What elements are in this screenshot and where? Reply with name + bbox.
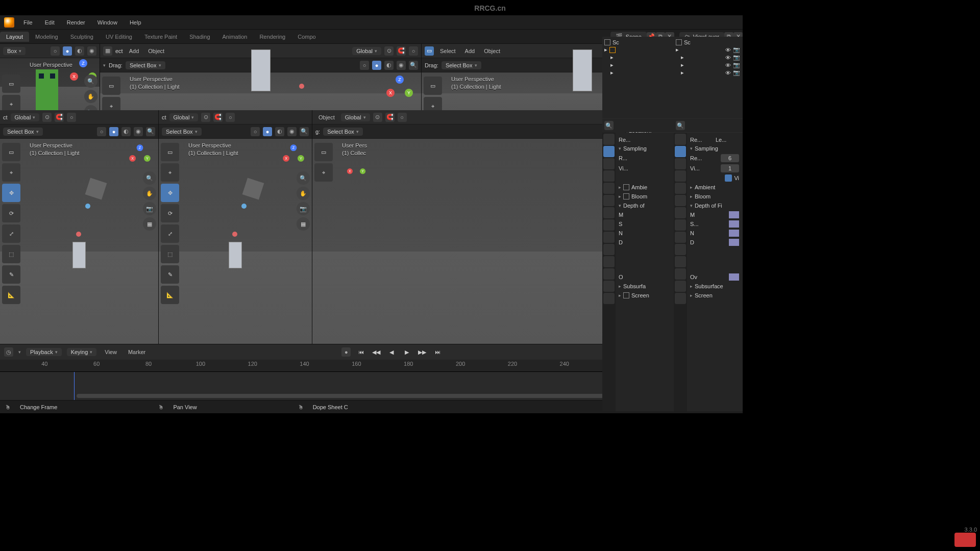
- vp4-tool-move[interactable]: ✥: [2, 184, 20, 202]
- sect-ambient[interactable]: Ambie: [631, 184, 647, 190]
- vp2-snap-icon[interactable]: 🧲: [397, 46, 406, 56]
- viewport-5[interactable]: ct Global▾ ⊙ 🧲 ○ Select Box▾ ○ ● ◐ ◉ 🔍 U…: [159, 110, 312, 344]
- vp5-tool-scale[interactable]: ⤢: [161, 224, 179, 243]
- vp3-add[interactable]: Add: [462, 47, 478, 55]
- vp6-snap-icon[interactable]: 🧲: [385, 113, 395, 122]
- vp2-mode[interactable]: ect: [115, 48, 123, 54]
- p2-scene-icon[interactable]: [675, 183, 686, 194]
- vp6-object[interactable]: Object: [315, 113, 338, 121]
- vp5-mat-icon[interactable]: ◐: [275, 127, 284, 136]
- tab-animation[interactable]: Animation: [216, 32, 254, 42]
- sect-screen[interactable]: Screen: [631, 292, 649, 298]
- vp1-zoom-icon[interactable]: 🔍: [84, 74, 97, 88]
- tl-autokey-icon[interactable]: ●: [341, 347, 351, 357]
- e2-le[interactable]: Le...: [716, 137, 739, 143]
- vp5-solid-icon[interactable]: ●: [263, 127, 272, 136]
- vp5-tool-cur[interactable]: ⌖: [161, 163, 179, 182]
- vp1-box-mode[interactable]: Box▾: [3, 47, 26, 55]
- ptab-physics-icon[interactable]: [603, 244, 615, 255]
- vp2-search-icon[interactable]: 🔍: [409, 61, 418, 70]
- vp5-wire-icon[interactable]: ○: [251, 127, 260, 136]
- vp5-mode[interactable]: ct: [162, 114, 166, 120]
- ptab-world-icon[interactable]: [603, 195, 615, 206]
- r2-chk[interactable]: [725, 174, 732, 182]
- tl-marker[interactable]: Marker: [125, 348, 149, 356]
- tl-jumpstart-icon[interactable]: ⏮: [356, 347, 366, 357]
- vp4-tool-anno[interactable]: ✎: [2, 265, 20, 284]
- vp5-zoom-icon[interactable]: 🔍: [297, 171, 310, 185]
- viewport-1[interactable]: Box▾ ○ ● ◐ ◉ User Perspective ZXY ▭ ⌖ ✥ …: [0, 44, 100, 110]
- sect-sampling[interactable]: Sampling: [623, 145, 647, 152]
- s2-subsurf[interactable]: Subsurface: [695, 283, 723, 289]
- tl-keying[interactable]: Keying▾: [67, 348, 97, 356]
- r2-viv[interactable]: 1: [721, 164, 739, 172]
- vp3-dragmode[interactable]: Select Box▾: [442, 61, 481, 69]
- menu-file[interactable]: File: [20, 18, 36, 27]
- ptab-render-icon[interactable]: [603, 146, 615, 157]
- vp2-chevron-icon[interactable]: ▾: [103, 63, 106, 68]
- s2-dof[interactable]: Depth of Fi: [695, 203, 722, 209]
- tab-compositing[interactable]: Compo: [291, 32, 322, 42]
- s2-screen[interactable]: Screen: [695, 292, 713, 298]
- tab-rendering[interactable]: Rendering: [253, 32, 291, 42]
- sect-subsurf[interactable]: Subsurfa: [623, 283, 646, 289]
- tab-texturepaint[interactable]: Texture Paint: [138, 32, 183, 42]
- vp5-cam-icon[interactable]: 📷: [297, 202, 310, 215]
- menu-help[interactable]: Help: [127, 18, 144, 27]
- tl-play-icon[interactable]: ▶: [402, 347, 412, 357]
- vp5-grid-icon[interactable]: ▦: [297, 217, 310, 231]
- ov2-v[interactable]: [729, 273, 739, 281]
- menu-edit[interactable]: Edit: [42, 18, 58, 27]
- outliner2-scene[interactable]: Sc: [684, 39, 691, 45]
- vp2-editor-icon[interactable]: ▦: [103, 46, 112, 56]
- vp2-tool-cursor[interactable]: ⌖: [102, 97, 120, 110]
- vp4-pivot-icon[interactable]: ⊙: [42, 113, 52, 122]
- p2-cons-icon[interactable]: [675, 256, 686, 267]
- vp4-tool-scale[interactable]: ⤢: [2, 224, 20, 243]
- ptab-texture-icon[interactable]: [603, 293, 615, 304]
- vp6-tool-cur[interactable]: ⌖: [314, 163, 333, 182]
- p2-vl-icon[interactable]: [675, 170, 686, 182]
- vp4-zoom-icon[interactable]: 🔍: [143, 171, 156, 185]
- vp1-matprev-icon[interactable]: ◐: [75, 46, 84, 56]
- viewport-2[interactable]: ▦ ect Add Object Global▾ ⊙ 🧲 ○ ▾ Drag: S…: [100, 44, 421, 110]
- s2-bloom[interactable]: Bloom: [695, 193, 710, 199]
- vp3-object[interactable]: Object: [481, 47, 503, 55]
- ptab-viewlayer-icon[interactable]: [603, 170, 615, 182]
- s2-sampling[interactable]: Sampling: [695, 145, 718, 152]
- vp4-tool-meas[interactable]: 📐: [2, 286, 20, 304]
- ptab-object-icon[interactable]: [603, 207, 615, 218]
- vp5-hand-icon[interactable]: ✋: [297, 187, 310, 200]
- vp2-dragmode[interactable]: Select Box▾: [126, 61, 165, 69]
- sect-dof[interactable]: Depth of: [623, 203, 645, 209]
- p2-object-icon[interactable]: [675, 207, 686, 218]
- vp4-hand-icon[interactable]: ✋: [143, 187, 156, 200]
- ptab-material-icon[interactable]: [603, 281, 615, 292]
- p2-tool-icon[interactable]: [675, 134, 686, 145]
- props-search-icon[interactable]: 🔍: [604, 121, 614, 130]
- p2-world-icon[interactable]: [675, 195, 686, 206]
- tab-layout[interactable]: Layout: [0, 32, 29, 42]
- vp5-tool-rot[interactable]: ⟳: [161, 204, 179, 222]
- vp5-search-icon[interactable]: 🔍: [300, 127, 309, 136]
- p2-data-icon[interactable]: [675, 268, 686, 280]
- vp5-dragmode[interactable]: Select Box▾: [162, 128, 202, 136]
- d2-mv[interactable]: [729, 211, 739, 218]
- vp2-wire-icon[interactable]: ○: [360, 61, 369, 70]
- ptab-output-icon[interactable]: [603, 158, 615, 169]
- vp2-add[interactable]: Add: [126, 47, 142, 55]
- ptab-particle-icon[interactable]: [603, 232, 615, 243]
- vp2-mat-icon[interactable]: ◐: [384, 61, 394, 70]
- vp1-wire-icon[interactable]: ○: [51, 46, 60, 56]
- vp4-orientation[interactable]: Global▾: [11, 113, 40, 121]
- ptab-modifier-icon[interactable]: [603, 219, 615, 231]
- props2-search-icon[interactable]: 🔍: [676, 121, 685, 130]
- outliner-2[interactable]: Sc ▸👁📷 ▸👁📷 ▸👁📷 ▸👁📷: [674, 37, 742, 118]
- menu-window[interactable]: Window: [94, 18, 120, 27]
- ol2-eye2-icon[interactable]: 👁: [725, 55, 731, 61]
- vp5-tool-anno[interactable]: ✎: [161, 265, 179, 284]
- vp5-tool-meas[interactable]: 📐: [161, 286, 179, 304]
- vp6-prop-icon[interactable]: ○: [398, 113, 407, 122]
- p2-mat-icon[interactable]: [675, 281, 686, 292]
- vp2-object[interactable]: Object: [145, 47, 167, 55]
